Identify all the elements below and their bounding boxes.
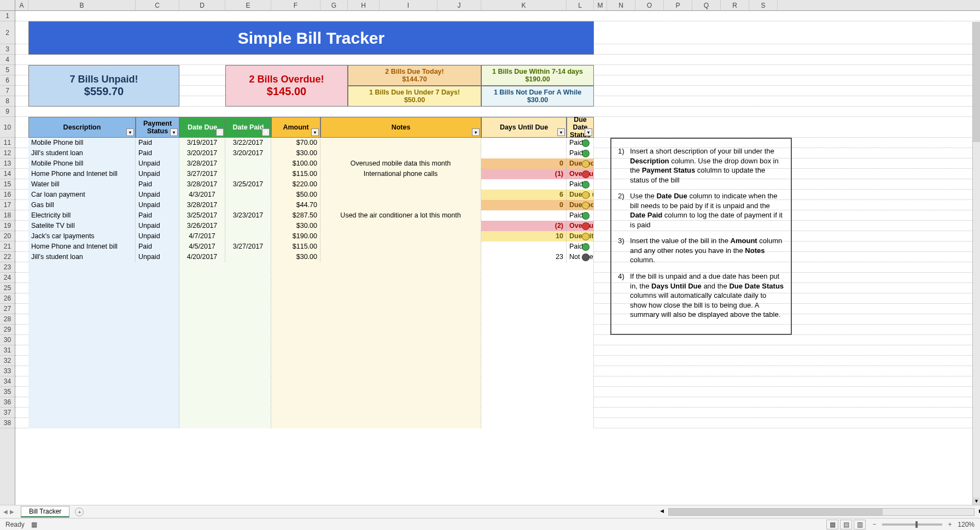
empty-cell[interactable] [271,314,481,325]
empty-cell[interactable] [481,304,594,314]
empty-cell[interactable] [179,325,271,335]
cell-due[interactable]: 3/26/2017 [179,221,225,231]
cell-status[interactable]: Paid [136,179,179,190]
cell-amount[interactable]: $30.00 [271,148,320,158]
empty-cell[interactable] [179,314,271,325]
cell-dstat[interactable]: Overdue! [567,169,594,179]
filter-button[interactable]: ▾ [126,128,134,136]
cell-status[interactable]: Unpaid [136,252,179,262]
empty-cell[interactable] [481,293,594,304]
row-header-38[interactable]: 38 [0,418,15,428]
cell-desc[interactable]: Home Phone and Intenet bill [28,242,136,252]
cell-paid[interactable] [225,158,271,169]
empty-cell[interactable] [481,335,594,345]
cell-status[interactable]: Unpaid [136,221,179,231]
row-header-21[interactable]: 21 [0,242,15,252]
empty-cell[interactable] [28,262,179,273]
cell-days[interactable]: 0 [481,200,567,210]
cell-dstat[interactable]: Paid [567,210,594,221]
select-all-corner[interactable] [0,0,15,10]
cell-due[interactable]: 4/20/2017 [179,252,225,262]
row-header-34[interactable]: 34 [0,376,15,387]
col-header-N[interactable]: N [607,0,635,10]
cell-amount[interactable]: $100.00 [271,158,320,169]
empty-cell[interactable] [481,408,594,418]
empty-cell[interactable] [271,356,481,366]
empty-cell[interactable] [28,345,179,356]
filter-button[interactable]: ▾ [170,128,178,136]
col-header-Q[interactable]: Q [692,0,721,10]
cell-dstat[interactable]: Due today! [567,200,594,210]
tab-nav-prev-icon[interactable]: ◀ [3,509,8,515]
cell-paid[interactable] [225,252,271,262]
cell-days[interactable]: (1) [481,169,567,179]
col-header-B[interactable]: B [28,0,136,10]
cell-due[interactable]: 3/25/2017 [179,210,225,221]
empty-cell[interactable] [28,325,179,335]
empty-cell[interactable] [481,273,594,283]
row-header-32[interactable]: 32 [0,356,15,366]
empty-cell[interactable] [28,314,179,325]
cell-desc[interactable]: Electricity bill [28,210,136,221]
cell-days[interactable] [481,148,567,158]
empty-cell[interactable] [179,304,271,314]
sheet-tab-active[interactable]: Bill Tracker [21,506,69,517]
cell-dstat[interactable]: Overdue! [567,221,594,231]
row-header-1[interactable]: 1 [0,11,15,21]
cell-days[interactable] [481,179,567,190]
zoom-in-button[interactable]: ＋ [947,520,953,529]
empty-cell[interactable] [481,325,594,335]
row-header-14[interactable]: 14 [0,169,15,179]
empty-cell[interactable] [179,273,271,283]
empty-cell[interactable] [271,283,481,293]
empty-cell[interactable] [179,376,271,387]
empty-cell[interactable] [179,293,271,304]
col-header-L[interactable]: L [567,0,594,10]
empty-cell[interactable] [179,387,271,397]
empty-cell[interactable] [271,325,481,335]
empty-cell[interactable] [481,376,594,387]
col-header-D[interactable]: D [179,0,225,10]
cell-desc[interactable]: Car loan payment [28,190,136,200]
view-normal-button[interactable]: ▦ [826,520,838,529]
cell-due[interactable]: 3/19/2017 [179,138,225,148]
empty-cell[interactable] [481,397,594,408]
cell-paid[interactable]: 3/22/2017 [225,138,271,148]
cell-due[interactable]: 3/28/2017 [179,158,225,169]
cell-paid[interactable] [225,200,271,210]
cell-notes[interactable]: Used the air conditioner a lot this mont… [320,210,481,221]
macro-record-icon[interactable]: ▦ [31,521,37,528]
cell-due[interactable]: 3/28/2017 [179,179,225,190]
cell-notes[interactable] [320,242,481,252]
empty-cell[interactable] [179,356,271,366]
row-header-11[interactable]: 11 [0,138,15,148]
filter-button[interactable]: ▾ [585,128,592,136]
empty-cell[interactable] [481,387,594,397]
cell-paid[interactable] [225,190,271,200]
empty-cell[interactable] [271,408,481,418]
row-header-5[interactable]: 5 [0,65,15,75]
col-header-E[interactable]: E [225,0,271,10]
cell-notes[interactable] [320,179,481,190]
empty-cell[interactable] [28,397,179,408]
horizontal-scrollbar[interactable]: ◀ ▶ [668,508,975,516]
hscroll-thumb[interactable] [669,509,883,515]
empty-cell[interactable] [28,366,179,376]
empty-cell[interactable] [481,345,594,356]
empty-cell[interactable] [28,304,179,314]
empty-cell[interactable] [28,283,179,293]
empty-cell[interactable] [271,366,481,376]
row-header-19[interactable]: 19 [0,221,15,231]
cell-paid[interactable]: 3/20/2017 [225,148,271,158]
cell-days[interactable] [481,210,567,221]
empty-cell[interactable] [271,387,481,397]
cell-amount[interactable]: $220.00 [271,179,320,190]
row-header-28[interactable]: 28 [0,314,15,325]
row-header-25[interactable]: 25 [0,283,15,293]
empty-cell[interactable] [28,418,179,428]
row-header-15[interactable]: 15 [0,179,15,190]
cell-paid[interactable]: 3/25/2017 [225,179,271,190]
cell-dstat[interactable]: Due in under 7 days! [567,190,594,200]
cell-desc[interactable]: Gas bill [28,200,136,210]
cell-desc[interactable]: Jack's car lpayments [28,231,136,242]
